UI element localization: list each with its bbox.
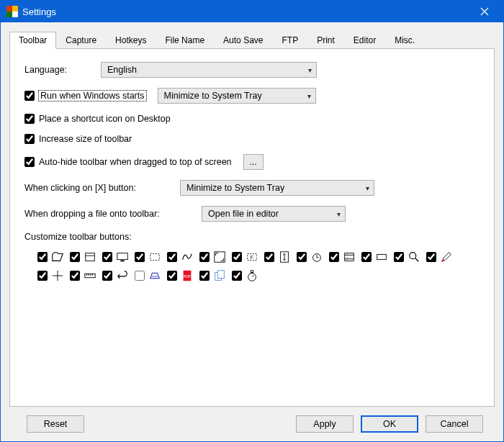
chevron-down-icon: ▾ <box>307 92 311 100</box>
ellipsis-label: ... <box>250 157 257 167</box>
dialog-footer: Reset Apply OK Cancel <box>9 407 495 441</box>
chevron-down-icon: ▾ <box>366 184 369 192</box>
toolbar-toggle-scanner <box>135 268 163 284</box>
toolbar-toggle-color-picker <box>426 249 454 265</box>
stopwatch-icon <box>244 268 260 284</box>
svg-rect-8 <box>117 253 127 260</box>
toolbar-checkbox-desktop[interactable] <box>102 252 112 262</box>
toolbar-checkbox-color-picker[interactable] <box>426 252 436 262</box>
increase-size-label: Increase size of toolbar <box>39 134 132 144</box>
language-label: Language: <box>24 65 89 75</box>
tab-ftp[interactable]: FTP <box>272 32 307 49</box>
startup-mode-select[interactable]: Minimize to System Tray ▾ <box>158 88 316 104</box>
run-on-start-checkbox[interactable] <box>24 91 35 101</box>
scrolling-icon <box>276 249 292 265</box>
increase-size-checkbox[interactable] <box>24 134 35 144</box>
tab-print[interactable]: Print <box>307 32 344 49</box>
toolbar-checkbox-magnifier[interactable] <box>394 252 404 262</box>
toolbar-checkbox-crosshair[interactable] <box>37 271 48 281</box>
tab-filename[interactable]: File Name <box>156 32 214 49</box>
toolbar-toggle-pages <box>199 268 228 284</box>
shortcut-label: Place a shortcut icon on Desktop <box>39 114 171 124</box>
drop-action-value: Open file in editor <box>208 209 279 219</box>
toolbar-checkbox-pages[interactable] <box>199 271 210 281</box>
toolbar-toggle-ruler <box>70 268 98 284</box>
toolbar-toggle-desktop <box>102 249 130 265</box>
pdf-icon: PDF <box>179 268 195 284</box>
svg-rect-19 <box>345 253 354 261</box>
customize-label: Customize toolbar buttons: <box>24 232 132 242</box>
toolbar-checkbox-window[interactable] <box>70 252 80 262</box>
toolbar-checkbox-fixed-region[interactable] <box>232 252 242 262</box>
language-select[interactable]: English ▾ <box>101 62 317 78</box>
toolbar-checkbox-timer[interactable] <box>297 252 307 262</box>
toolbar-checkbox-fullscreen[interactable] <box>199 252 210 262</box>
toolbar-toggle-fullscreen <box>199 249 228 265</box>
toolbar-button-grid: FPDF <box>37 249 455 284</box>
toolbar-checkbox-undo[interactable] <box>102 271 112 281</box>
open-folder-icon <box>50 249 66 265</box>
video-icon <box>341 249 357 265</box>
tab-capture[interactable]: Capture <box>56 32 106 49</box>
toolbar-checkbox-freehand[interactable] <box>167 252 177 262</box>
rectangle-icon <box>374 249 390 265</box>
apply-button[interactable]: Apply <box>296 415 354 433</box>
svg-rect-9 <box>120 261 124 262</box>
magnifier-icon <box>406 249 422 265</box>
svg-rect-1 <box>12 6 18 12</box>
toolbar-toggle-undo <box>102 268 130 284</box>
svg-rect-40 <box>251 271 253 273</box>
toolbar-checkbox-scanner[interactable] <box>135 271 145 281</box>
toolbar-toggle-crosshair <box>37 268 66 284</box>
dialog-body: ToolbarCaptureHotkeysFile NameAuto SaveF… <box>1 22 503 441</box>
close-button[interactable] <box>468 1 500 22</box>
autohide-label: Auto-hide toolbar when dragged to top of… <box>39 157 232 167</box>
toolbar-checkbox-scrolling[interactable] <box>264 252 274 262</box>
drop-action-select[interactable]: Open file in editor ▾ <box>202 206 346 222</box>
ruler-icon <box>82 268 98 284</box>
chevron-down-icon: ▾ <box>337 210 341 218</box>
close-icon <box>480 7 489 16</box>
autohide-checkbox[interactable] <box>24 157 35 167</box>
crosshair-icon <box>50 268 66 284</box>
pages-icon <box>212 268 228 284</box>
toolbar-toggle-stopwatch <box>232 268 260 284</box>
svg-text:F: F <box>251 254 254 261</box>
tabstrip: ToolbarCaptureHotkeysFile NameAuto SaveF… <box>9 31 495 48</box>
svg-rect-6 <box>86 253 95 261</box>
toolbar-toggle-pdf: PDF <box>167 268 195 284</box>
toolbar-checkbox-stopwatch[interactable] <box>232 271 242 281</box>
svg-text:PDF: PDF <box>184 274 192 279</box>
toolbar-checkbox-video[interactable] <box>329 252 339 262</box>
toolbar-checkbox-open-folder[interactable] <box>37 252 48 262</box>
toolbar-checkbox-ruler[interactable] <box>70 271 80 281</box>
fullscreen-icon <box>212 249 228 265</box>
tab-autosave[interactable]: Auto Save <box>214 32 272 49</box>
toolbar-toggle-rectangle <box>361 249 390 265</box>
freehand-icon <box>179 249 195 265</box>
desktop-icon <box>114 249 130 265</box>
tab-hotkeys[interactable]: Hotkeys <box>106 32 156 49</box>
tab-panel-toolbar: Language: English ▾ Run when Windows sta… <box>9 48 495 407</box>
autohide-more-button[interactable]: ... <box>243 154 264 170</box>
svg-rect-23 <box>377 254 387 259</box>
fixed-region-icon: F <box>244 249 260 265</box>
tab-toolbar[interactable]: Toolbar <box>9 32 56 49</box>
toolbar-checkbox-pdf[interactable] <box>167 271 177 281</box>
titlebar: Settings <box>1 1 503 22</box>
toolbar-toggle-freehand <box>167 249 195 265</box>
ok-button[interactable]: OK <box>361 415 418 433</box>
color-picker-icon <box>438 249 454 265</box>
toolbar-toggle-scrolling <box>264 249 292 265</box>
svg-rect-29 <box>85 274 95 277</box>
tab-misc[interactable]: Misc. <box>385 32 424 49</box>
toolbar-checkbox-region-dashed[interactable] <box>135 252 145 262</box>
toolbar-toggle-fixed-region: F <box>232 249 260 265</box>
undo-icon <box>114 268 130 284</box>
toolbar-checkbox-rectangle[interactable] <box>361 252 372 262</box>
cancel-button[interactable]: Cancel <box>426 415 483 433</box>
reset-button[interactable]: Reset <box>27 415 84 433</box>
shortcut-checkbox[interactable] <box>24 114 35 124</box>
tab-editor[interactable]: Editor <box>344 32 385 49</box>
close-action-select[interactable]: Minimize to System Tray ▾ <box>180 180 374 196</box>
